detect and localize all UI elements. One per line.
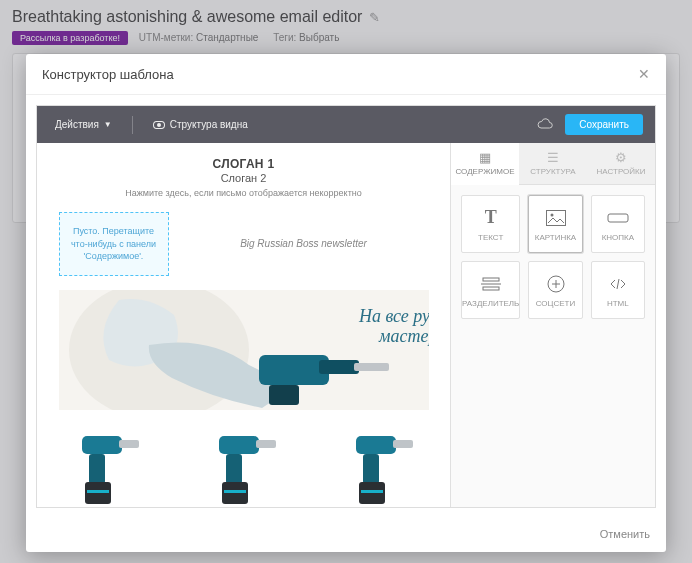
actions-dropdown[interactable]: Действия ▼ [49,116,118,133]
svg-rect-10 [87,490,109,493]
svg-point-22 [550,213,553,216]
html-icon [608,273,628,295]
svg-rect-5 [269,385,299,405]
modal-header: Конструктор шаблона ✕ [26,54,666,95]
tab-settings[interactable]: ⚙НАСТРОЙКИ [587,143,655,184]
block-label: ТЕКСТ [478,233,503,242]
divider-icon [480,273,502,295]
svg-rect-8 [89,454,105,484]
cloud-icon [537,118,553,131]
block-html[interactable]: HTML [591,261,645,319]
canvas[interactable]: СЛОГАН 1 Слоган 2 Нажмите здесь, если пи… [37,143,450,507]
block-label: HTML [607,299,629,308]
eye-icon [153,121,165,129]
newsletter-title[interactable]: Big Russian Boss newsletter [179,238,429,249]
block-label: КНОПКА [602,233,634,242]
sidebar-tabs: ▦СОДЕРЖИМОЕ ☰СТРУКТУРА ⚙НАСТРОЙКИ [451,143,655,185]
tab-label: НАСТРОЙКИ [597,167,646,176]
svg-rect-23 [608,214,628,222]
product-image[interactable] [204,424,284,507]
product-image[interactable] [341,424,421,507]
text-icon: T [485,207,497,229]
sliders-icon: ⚙ [589,150,653,165]
block-image[interactable]: КАРТИНКА [528,195,582,253]
tab-label: СОДЕРЖИМОЕ [455,167,514,176]
image-icon [546,207,566,229]
block-divider[interactable]: РАЗДЕЛИТЕЛЬ [461,261,520,319]
modal-footer: Отменить [26,518,666,552]
block-text[interactable]: TТЕКСТ [461,195,520,253]
svg-rect-24 [483,278,499,281]
svg-rect-7 [119,440,139,448]
hero-text-1: На все руки [358,306,429,326]
close-icon[interactable]: ✕ [638,66,650,82]
slogan-1[interactable]: СЛОГАН 1 [59,157,429,171]
svg-rect-2 [259,355,329,385]
blocks-grid: TТЕКСТ КАРТИНКА КНОПКА РАЗДЕЛИТЕЛЬ СОЦСЕ… [451,185,655,329]
editor-frame: Действия ▼ Структура видна Сохранить [36,105,656,508]
block-label: СОЦСЕТИ [536,299,576,308]
tab-content[interactable]: ▦СОДЕРЖИМОЕ [451,143,519,185]
modal-overlay: Конструктор шаблона ✕ Действия ▼ Структу… [0,0,692,563]
hero-image[interactable]: На все руки мастер! [59,290,429,410]
toolbar-divider [132,116,133,134]
svg-rect-13 [226,454,242,484]
editor-toolbar: Действия ▼ Структура видна Сохранить [37,106,655,143]
button-icon [607,207,629,229]
save-button[interactable]: Сохранить [565,114,643,135]
block-label: КАРТИНКА [535,233,576,242]
tab-label: СТРУКТУРА [530,167,575,176]
modal-title: Конструктор шаблона [42,67,174,82]
svg-rect-20 [361,490,383,493]
structure-toggle[interactable]: Структура видна [147,116,254,133]
layers-icon: ☰ [521,150,585,165]
svg-rect-11 [219,436,259,454]
svg-rect-12 [256,440,276,448]
view-online-link[interactable]: Нажмите здесь, если письмо отображается … [59,188,429,198]
svg-rect-6 [82,436,122,454]
modal: Конструктор шаблона ✕ Действия ▼ Структу… [26,54,666,552]
chevron-down-icon: ▼ [104,120,112,129]
svg-rect-3 [319,360,359,374]
svg-rect-21 [546,210,565,225]
svg-rect-18 [363,454,379,484]
dropzone[interactable]: Пусто. Перетащите что-нибудь с панели 'С… [59,212,169,276]
slogan-2[interactable]: Слоган 2 [59,172,429,184]
svg-rect-15 [224,490,246,493]
structure-label: Структура видна [170,119,248,130]
svg-rect-16 [356,436,396,454]
block-social[interactable]: СОЦСЕТИ [528,261,582,319]
tab-structure[interactable]: ☰СТРУКТУРА [519,143,587,184]
cancel-button[interactable]: Отменить [600,528,650,540]
product-row [59,424,429,507]
grid-icon: ▦ [453,150,517,165]
svg-rect-17 [393,440,413,448]
sidebar: ▦СОДЕРЖИМОЕ ☰СТРУКТУРА ⚙НАСТРОЙКИ TТЕКСТ… [450,143,655,507]
svg-rect-4 [354,363,389,371]
block-button[interactable]: КНОПКА [591,195,645,253]
product-image[interactable] [67,424,147,507]
social-icon [547,273,565,295]
actions-label: Действия [55,119,99,130]
hero-text-2: мастер! [378,326,429,346]
block-label: РАЗДЕЛИТЕЛЬ [462,299,519,308]
svg-rect-26 [483,287,499,290]
